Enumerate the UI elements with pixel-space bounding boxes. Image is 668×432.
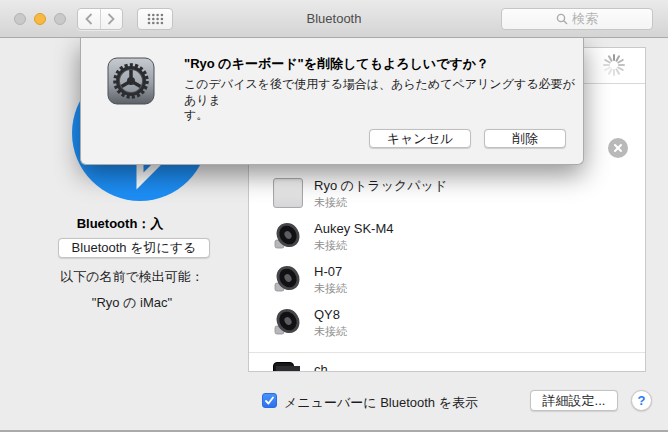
discoverable-caption: 以下の名前で検出可能： — [12, 268, 252, 286]
grid-icon — [147, 13, 164, 25]
title-bar: Bluetooth 検索 — [0, 0, 668, 38]
bluetooth-toggle-button[interactable]: Bluetooth を切にする — [58, 238, 210, 258]
device-row[interactable]: Ryo のトラックパッド 未接続 — [249, 172, 645, 215]
system-preferences-gear-icon — [107, 57, 155, 105]
dialog-title: "Ryo のキーボード"を削除してもよろしいですか？ — [184, 55, 574, 73]
device-icon — [273, 178, 303, 208]
remove-device-button[interactable] — [608, 138, 628, 158]
device-name: ch — [314, 362, 328, 372]
device-status: 未接続 — [314, 281, 347, 296]
help-button[interactable]: ? — [631, 390, 652, 411]
search-input[interactable]: 検索 — [501, 8, 653, 30]
device-icon — [273, 307, 303, 337]
device-row[interactable]: Aukey SK-M4 未接続 — [249, 215, 645, 258]
forward-button[interactable] — [100, 9, 123, 29]
device-status: 未接続 — [314, 195, 347, 210]
device-status: 未接続 — [314, 238, 347, 253]
speaker-icon — [273, 264, 303, 294]
close-button[interactable] — [14, 13, 26, 25]
advanced-settings-button[interactable]: 詳細設定... — [530, 390, 618, 411]
device-icon — [273, 221, 303, 251]
device-status: 未接続 — [314, 324, 347, 339]
show-all-button[interactable] — [137, 8, 173, 30]
bluetooth-preferences-window: Bluetooth：入 Bluetooth を切にする 以下の名前で検出可能： … — [0, 0, 668, 432]
dialog-message: このデバイスを後で使用する場合は、あらためてペアリングする必要がありま す。 — [184, 77, 576, 124]
menubar-checkbox-label[interactable]: メニューバーに Bluetooth を表示 — [284, 394, 478, 412]
bluetooth-status-label: Bluetooth：入 — [0, 215, 240, 233]
close-x-icon — [613, 143, 623, 153]
device-row[interactable]: ch — [249, 356, 645, 372]
chevron-left-icon — [85, 13, 93, 25]
search-placeholder: 検索 — [572, 10, 598, 28]
device-name: Aukey SK-M4 — [314, 221, 393, 236]
discoverable-name: "Ryo の iMac" — [12, 294, 252, 312]
device-icon — [273, 264, 303, 294]
minimize-button[interactable] — [34, 13, 46, 25]
device-name: QY8 — [314, 307, 340, 322]
device-icon — [273, 362, 303, 372]
trackpad-icon — [273, 178, 303, 208]
chevron-right-icon — [107, 13, 115, 25]
device-section-divider — [249, 352, 645, 353]
device-name: H-07 — [314, 264, 342, 279]
checkmark-icon — [264, 395, 275, 406]
device-row[interactable]: H-07 未接続 — [249, 258, 645, 301]
device-row[interactable]: QY8 未接続 — [249, 301, 645, 344]
navigation-buttons — [77, 8, 123, 30]
back-button[interactable] — [78, 9, 100, 29]
scanning-spinner-icon — [601, 52, 627, 78]
search-icon — [556, 13, 568, 25]
zoom-button[interactable] — [54, 13, 66, 25]
delete-confirmation-sheet: "Ryo のキーボード"を削除してもよろしいですか？ このデバイスを後で使用する… — [80, 38, 584, 165]
cancel-button[interactable]: キャンセル — [369, 129, 471, 148]
device-name: Ryo のトラックパッド — [314, 178, 447, 193]
speaker-icon — [273, 307, 303, 337]
menubar-checkbox[interactable] — [262, 393, 277, 408]
speaker-icon — [273, 221, 303, 251]
phone-icon — [273, 362, 294, 372]
delete-button[interactable]: 削除 — [484, 129, 566, 148]
